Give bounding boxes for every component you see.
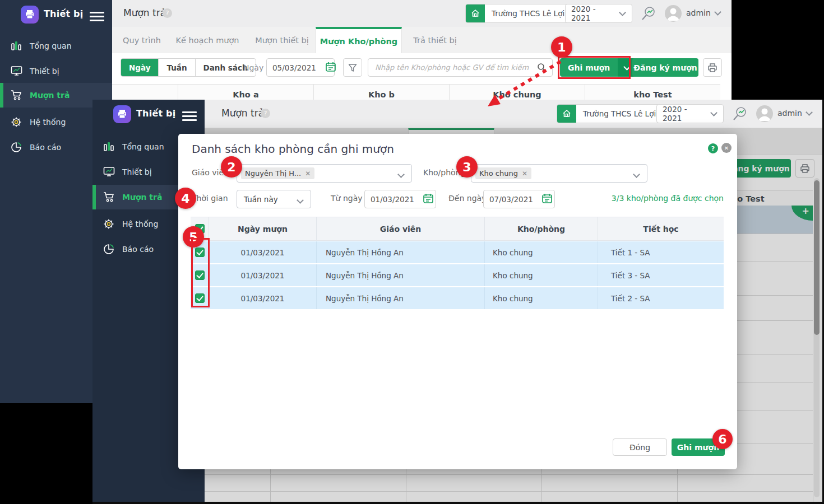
table-row[interactable]: 01/03/2021 Nguyễn Thị Hồng An Kho chung … [191, 264, 724, 286]
from-date-label: Từ ngày [331, 194, 363, 203]
row-checkbox[interactable] [195, 248, 205, 257]
close-button[interactable]: Đóng [613, 438, 667, 456]
page-title: Mượn trả [221, 108, 264, 119]
tab-bar: Quy trình Kế hoạch mượn Mượn thiết bị Mư… [112, 27, 732, 54]
col-giao-vien: Giáo viên [316, 217, 484, 240]
school-year-value: 2020 - 2021 [657, 105, 709, 123]
from-date-input[interactable]: 01/03/2021 [364, 190, 436, 208]
ghi-muon-modal: Danh sách kho phòng cần ghi mượn ? ✕ Giá… [178, 134, 737, 469]
to-date-value: 07/03/2021 [484, 195, 539, 204]
cart-icon [102, 192, 115, 203]
ghi-muon-label: Ghi mượn [560, 63, 618, 72]
room-multiselect[interactable]: Kho chung✕ [471, 164, 647, 183]
school-year-select[interactable]: 2020 - 2021 [565, 4, 632, 23]
view-day-button[interactable]: Ngày [121, 59, 159, 76]
sidebar-item-label: Thiết bị [30, 67, 59, 76]
sidebar-item-label: Hệ thống [30, 118, 66, 127]
tab-muon-thiet-bi[interactable]: Mượn thiết bị [249, 27, 315, 53]
to-date-label: Đến ngày [448, 194, 486, 203]
hamburger-menu-icon[interactable] [90, 10, 104, 21]
print-button[interactable] [703, 58, 722, 77]
remove-tag-icon[interactable]: ✕ [305, 170, 311, 178]
col-tiet-hoc: Tiết học [598, 217, 724, 240]
app-title: Thiết bị [136, 108, 175, 119]
remove-tag-icon[interactable]: ✕ [522, 170, 527, 178]
selected-count: 3/3 kho/phòng đã được chọn [612, 194, 724, 203]
sidebar-item-label: Báo cáo [30, 143, 61, 152]
calendar-icon[interactable] [322, 61, 340, 74]
lookup-icon[interactable] [640, 6, 657, 24]
sidebar-item-label: Báo cáo [122, 245, 154, 254]
lookup-icon[interactable] [732, 106, 748, 124]
time-label: Thời gian [192, 194, 228, 203]
cart-icon [10, 90, 23, 101]
col-kho-phong: Kho/phòng [484, 217, 598, 240]
ghi-muon-dropdown-button[interactable]: Ghi mượn [560, 58, 636, 77]
date-label: Ngày [243, 63, 263, 72]
monitor-icon [102, 166, 115, 178]
modal-help-icon[interactable]: ? [708, 143, 718, 153]
date-input[interactable]: 05/03/2021 [266, 58, 335, 77]
tab-tra-thiet-bi[interactable]: Trả thiết bị [402, 27, 468, 53]
chevron-down-icon [633, 171, 640, 178]
row-checkbox[interactable] [195, 293, 205, 303]
teacher-tag: Nguyễn Thị H...✕ [241, 167, 314, 179]
search-icon[interactable] [537, 63, 552, 72]
sidebar-item-tong-quan[interactable]: Tổng quan [0, 36, 112, 56]
school-house-icon [557, 105, 576, 123]
submit-ghi-muon-button[interactable]: Ghi mượn [672, 438, 725, 456]
modal-close-icon[interactable]: ✕ [721, 143, 732, 153]
row-checkbox[interactable] [195, 270, 205, 280]
sidebar-item-label: Thiết bị [122, 167, 152, 176]
school-year-select[interactable]: 2020 - 2021 [656, 104, 724, 123]
user-avatar[interactable] [665, 5, 682, 22]
view-switcher: Ngày Tuần Danh sách [121, 58, 256, 77]
sidebar-item-label: Tổng quan [122, 142, 164, 151]
view-week-button[interactable]: Tuần [159, 59, 195, 76]
user-avatar[interactable] [756, 105, 773, 122]
table-row[interactable]: 01/03/2021 Nguyễn Thị Hồng An Kho chung … [191, 241, 724, 263]
page-help-icon[interactable]: ? [261, 109, 270, 118]
calendar-icon[interactable] [539, 193, 555, 206]
modal-table-header: Ngày mượn Giáo viên Kho/phòng Tiết học [191, 217, 724, 241]
printer-icon [707, 63, 717, 73]
time-select[interactable]: Tuần này [237, 190, 311, 208]
pie-chart-icon [102, 244, 115, 255]
tab-ke-hoach-muon[interactable]: Kế hoạch mượn [171, 27, 244, 53]
tab-quy-trinh[interactable]: Quy trình [115, 27, 169, 53]
funnel-icon [348, 63, 357, 72]
top-header: Mượn trả ? Trường THCS Lê Lợi 2020 - 202… [205, 100, 822, 128]
calendar-icon[interactable] [420, 193, 437, 206]
sidebar-item-thiet-bi[interactable]: Thiết bị [0, 61, 112, 81]
chevron-down-icon [710, 109, 717, 116]
table-row[interactable]: 01/03/2021 Nguyễn Thị Hồng An Kho chung … [191, 287, 724, 309]
gear-icon [102, 218, 115, 230]
filter-button[interactable] [343, 58, 362, 77]
tab-muon-kho-phong[interactable]: Mượn Kho/phòng [316, 27, 402, 53]
school-selector[interactable]: Trường THCS Lê Lợi [465, 4, 572, 23]
select-all-checkbox[interactable] [195, 224, 205, 234]
sidebar-item-label: Hệ thống [122, 220, 158, 228]
school-name: Trường THCS Lê Lợi [485, 9, 571, 18]
app-logo-printer-icon [21, 6, 39, 24]
app-title: Thiết bị [44, 8, 83, 19]
school-selector[interactable]: Trường THCS Lê Lợi [557, 104, 663, 123]
teacher-label: Giáo viên [192, 168, 229, 177]
sidebar-item-label: Mượn trả [30, 91, 70, 100]
user-name[interactable]: admin [686, 8, 711, 17]
room-label: Kho/phòng [423, 168, 465, 177]
search-input[interactable] [368, 63, 537, 72]
sidebar-item-label: Mượn trả [122, 193, 162, 202]
page-help-icon[interactable]: ? [163, 8, 172, 18]
toolbar: Ngày Tuần Danh sách Ngày 05/03/2021 Ghi … [112, 53, 732, 84]
hamburger-menu-icon[interactable] [182, 109, 197, 120]
dang-ky-muon-button[interactable]: Đăng ký mượn [632, 58, 698, 77]
bar-chart-icon [10, 40, 23, 52]
chevron-down-icon [714, 8, 721, 16]
modal-title: Danh sách kho phòng cần ghi mượn [192, 142, 394, 156]
user-name[interactable]: admin [777, 109, 802, 118]
teacher-multiselect[interactable]: Nguyễn Thị H...✕ [237, 164, 412, 183]
to-date-input[interactable]: 07/03/2021 [483, 190, 555, 208]
search-box [368, 58, 553, 77]
school-name: Trường THCS Lê Lợi [576, 109, 663, 118]
